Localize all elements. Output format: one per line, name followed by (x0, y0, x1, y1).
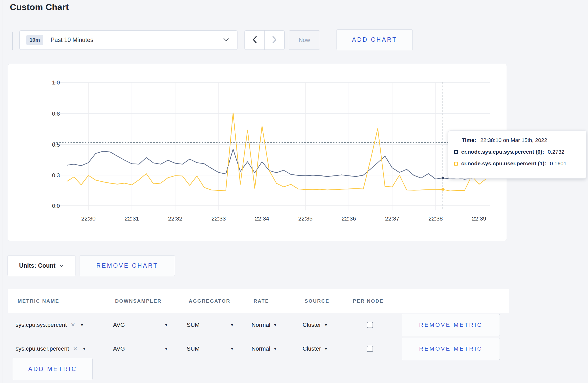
per-node-checkbox[interactable] (367, 346, 373, 352)
time-range-dropdown[interactable]: 10m Past 10 Minutes (19, 30, 237, 50)
chart-panel: 0.00.30.50.81.022:3022:3122:3222:3322:34… (8, 64, 507, 241)
downsampler-value: AVG (113, 322, 125, 328)
time-next-button[interactable] (264, 31, 284, 49)
add-metric-button[interactable]: ADD METRIC (13, 358, 93, 380)
svg-text:22:33: 22:33 (212, 215, 226, 222)
per-node-checkbox[interactable] (367, 322, 373, 328)
metric-name-cell[interactable]: sys.cpu.user.percent ✕ ▼ (16, 345, 113, 352)
header-downsampler: DOWNSAMPLER (115, 298, 189, 304)
chart-hover-tooltip: Time: 22:38:10 on Mar 15th, 2022 cr.node… (448, 130, 586, 179)
tooltip-series-label: cr.node.sys.cpu.sys.percent (0): (461, 149, 544, 155)
svg-text:0.3: 0.3 (52, 172, 60, 179)
caret-down-icon: ▼ (274, 347, 277, 351)
remove-metric-button[interactable]: REMOVE METRIC (402, 338, 500, 360)
caret-down-icon[interactable]: ▼ (80, 323, 84, 327)
caret-down-icon: ▼ (324, 347, 328, 351)
remove-metric-button[interactable]: REMOVE METRIC (402, 314, 500, 336)
units-dropdown[interactable]: Units: Count (8, 255, 75, 276)
svg-text:22:35: 22:35 (298, 215, 312, 222)
page-title: Custom Chart (10, 2, 69, 12)
metrics-table-header: METRIC NAME DOWNSAMPLER AGGREGATOR RATE … (8, 289, 509, 313)
metric-name: sys.cpu.sys.percent (16, 322, 67, 328)
svg-text:0.8: 0.8 (52, 110, 60, 117)
downsampler-select[interactable]: AVG▼ (113, 322, 168, 328)
aggregator-value: SUM (187, 322, 200, 328)
tooltip-series-row: cr.node.sys.cpu.sys.percent (0): 0.2732 (454, 149, 579, 155)
aggregator-select[interactable]: SUM▼ (187, 345, 234, 352)
rate-select[interactable]: Normal▼ (251, 322, 277, 328)
caret-down-icon: ▼ (164, 323, 168, 327)
rate-value: Normal (251, 345, 270, 352)
source-select[interactable]: Cluster▼ (303, 345, 328, 352)
tooltip-series-value: 0.1601 (550, 160, 566, 167)
series-sys-swatch-icon (454, 150, 458, 154)
downsampler-select[interactable]: AVG▼ (113, 345, 168, 352)
header-aggregator: AGGREGATOR (189, 298, 254, 304)
aggregator-select[interactable]: SUM▼ (187, 322, 234, 328)
clear-metric-icon[interactable]: ✕ (71, 322, 75, 328)
time-range-label: Past 10 Minutes (51, 37, 93, 44)
svg-text:22:39: 22:39 (472, 215, 486, 222)
aggregator-value: SUM (187, 345, 200, 352)
tooltip-time-row: Time: 22:38:10 on Mar 15th, 2022 (462, 137, 579, 143)
source-value: Cluster (303, 345, 321, 352)
caret-down-icon: ▼ (164, 347, 168, 351)
rate-value: Normal (251, 322, 270, 328)
tooltip-time-label: Time: (462, 137, 476, 143)
metric-row: sys.cpu.user.percent ✕ ▼ AVG▼ SUM▼ Norma… (8, 337, 509, 361)
units-label: Units: Count (19, 262, 55, 269)
header-per-node: PER NODE (353, 298, 404, 304)
time-prev-button[interactable] (245, 31, 264, 49)
page-left-border (3, 0, 3, 383)
chevron-right-icon (272, 36, 277, 44)
header-source: SOURCE (305, 298, 353, 304)
add-chart-button[interactable]: ADD CHART (337, 29, 413, 50)
svg-text:22:31: 22:31 (125, 215, 139, 222)
header-metric-name: METRIC NAME (18, 298, 115, 304)
custom-chart-plot[interactable]: 0.00.30.50.81.022:3022:3122:3222:3322:34… (8, 64, 507, 241)
svg-text:22:32: 22:32 (168, 215, 182, 222)
svg-text:22:36: 22:36 (342, 215, 356, 222)
svg-text:22:34: 22:34 (255, 215, 269, 222)
chevron-down-icon (60, 264, 64, 267)
time-scale-badge: 10m (26, 35, 43, 45)
metric-name: sys.cpu.user.percent (16, 345, 69, 352)
caret-down-icon[interactable]: ▼ (82, 347, 86, 351)
chevron-down-icon (223, 38, 229, 42)
caret-down-icon: ▼ (230, 323, 234, 327)
tooltip-series-value: 0.2732 (548, 149, 564, 155)
tooltip-time-value: 22:38:10 on Mar 15th, 2022 (480, 137, 547, 143)
metric-name-cell[interactable]: sys.cpu.sys.percent ✕ ▼ (16, 322, 113, 328)
downsampler-value: AVG (113, 345, 125, 352)
remove-chart-button[interactable]: REMOVE CHART (80, 255, 175, 276)
caret-down-icon: ▼ (230, 347, 234, 351)
series-user-swatch-icon (454, 162, 458, 166)
caret-down-icon: ▼ (274, 323, 277, 327)
svg-text:22:30: 22:30 (81, 215, 95, 222)
header-rate: RATE (254, 298, 305, 304)
caret-down-icon: ▼ (324, 323, 328, 327)
now-button[interactable]: Now (289, 30, 320, 50)
svg-text:22:37: 22:37 (385, 215, 399, 222)
rate-select[interactable]: Normal▼ (251, 345, 277, 352)
clear-metric-icon[interactable]: ✕ (73, 346, 78, 352)
source-value: Cluster (303, 322, 321, 328)
tooltip-series-row: cr.node.sys.cpu.user.percent (1): 0.1601 (454, 160, 579, 167)
svg-text:0.5: 0.5 (52, 141, 60, 148)
chevron-left-icon (252, 36, 257, 44)
source-select[interactable]: Cluster▼ (303, 322, 328, 328)
svg-text:0.0: 0.0 (52, 203, 60, 209)
svg-text:1.0: 1.0 (52, 79, 60, 86)
metric-row: sys.cpu.sys.percent ✕ ▼ AVG▼ SUM▼ Normal… (8, 313, 509, 337)
toolbar-divider (12, 32, 13, 50)
tooltip-series-label: cr.node.sys.cpu.user.percent (1): (461, 160, 546, 167)
svg-text:22:38: 22:38 (429, 215, 443, 222)
time-nav-group (244, 30, 285, 50)
